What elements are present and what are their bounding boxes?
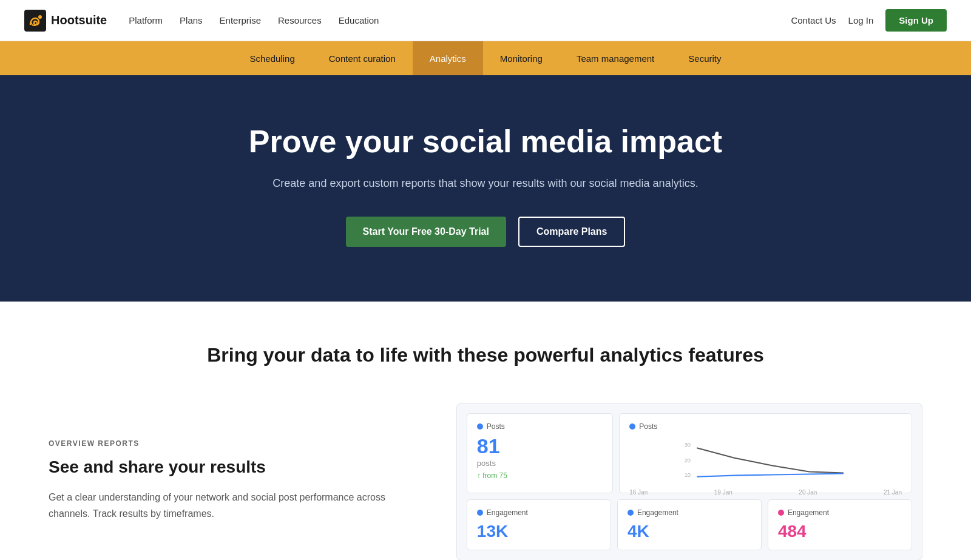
posts-label: Posts — [487, 422, 505, 431]
posts-dot-icon — [477, 423, 483, 430]
engagement-card-2: Engagement 484 — [768, 499, 912, 550]
nav-platform[interactable]: Platform — [129, 15, 163, 25]
engagement-card-0: Engagement 13K — [467, 499, 611, 550]
engagement-label-0: Engagement — [487, 508, 528, 517]
engagement-row: Engagement 13K Engagement 4K — [467, 499, 912, 550]
engagement-dot-0 — [477, 510, 483, 516]
subnav-team-management[interactable]: Team management — [560, 41, 671, 75]
engagement-dot-2 — [778, 510, 784, 516]
engagement-label-1: Engagement — [637, 508, 678, 517]
subnav-content-curation[interactable]: Content curation — [312, 41, 413, 75]
chart-dot-icon — [629, 423, 635, 430]
chart-svg: 30 20 10 — [629, 440, 902, 484]
subnav-monitoring[interactable]: Monitoring — [483, 41, 560, 75]
logo-text: Hootsuite — [51, 13, 107, 27]
navbar: Hootsuite Platform Plans Enterprise Reso… — [0, 0, 971, 41]
engagement-title-1: Engagement — [628, 508, 751, 517]
nav-education[interactable]: Education — [339, 15, 379, 25]
cta-primary-button[interactable]: Start Your Free 30-Day Trial — [346, 217, 506, 247]
subnav-security[interactable]: Security — [671, 41, 738, 75]
svg-text:20: 20 — [685, 457, 691, 464]
engagement-title-0: Engagement — [477, 508, 601, 517]
dashboard-mockup: Posts 81 posts ↑ from 75 Posts — [456, 403, 922, 560]
nav-plans[interactable]: Plans — [180, 15, 203, 25]
subnav-analytics[interactable]: Analytics — [413, 41, 483, 75]
chart-posts-label: Posts — [639, 422, 657, 431]
feature-row-overview: OVERVIEW REPORTS See and share your resu… — [49, 403, 922, 560]
navbar-right: Contact Us Log In Sign Up — [791, 9, 947, 32]
login-link[interactable]: Log In — [848, 15, 874, 25]
hero-section: Prove your social media impact Create an… — [0, 75, 971, 302]
chart-label-0: 16 Jan — [629, 489, 648, 496]
feature-desc-overview: Get a clear understanding of your networ… — [49, 489, 420, 522]
subnav: Scheduling Content curation Analytics Mo… — [0, 41, 971, 75]
hootsuite-logo-icon — [24, 10, 46, 32]
svg-text:10: 10 — [685, 471, 691, 477]
chart-labels: 16 Jan 19 Jan 20 Jan 21 Jan — [629, 489, 902, 496]
chart-label-2: 20 Jan — [799, 489, 817, 496]
engagement-card-1: Engagement 4K — [617, 499, 762, 550]
feature-text-overview: OVERVIEW REPORTS See and share your resu… — [49, 403, 420, 522]
posts-stat-card: Posts 81 posts ↑ from 75 — [467, 413, 613, 493]
posts-card-title: Posts — [477, 422, 603, 431]
navbar-left: Hootsuite Platform Plans Enterprise Reso… — [24, 10, 379, 32]
hero-title: Prove your social media impact — [24, 124, 947, 160]
engagement-label-2: Engagement — [788, 508, 829, 517]
posts-chart-card: Posts 30 20 10 — [619, 413, 912, 493]
chart-area: 30 20 10 16 Jan 19 Jan 20 Jan — [629, 436, 902, 484]
cta-secondary-button[interactable]: Compare Plans — [518, 217, 625, 247]
nav-links: Platform Plans Enterprise Resources Educ… — [129, 15, 379, 25]
engagement-dot-1 — [628, 510, 634, 516]
chart-label-1: 19 Jan — [714, 489, 732, 496]
engagement-value-2: 484 — [778, 522, 902, 541]
features-title: Bring your data to life with these power… — [49, 344, 922, 366]
engagement-value-0: 13K — [477, 522, 601, 541]
posts-unit: posts — [477, 459, 603, 468]
svg-text:30: 30 — [685, 442, 691, 448]
logo[interactable]: Hootsuite — [24, 10, 107, 32]
posts-count: 81 — [477, 436, 603, 456]
chart-posts-title: Posts — [629, 422, 902, 431]
hero-buttons: Start Your Free 30-Day Trial Compare Pla… — [24, 217, 947, 247]
chart-label-3: 21 Jan — [884, 489, 902, 496]
posts-from: ↑ from 75 — [477, 471, 603, 480]
feature-label-overview: OVERVIEW REPORTS — [49, 439, 420, 448]
feature-heading-overview: See and share your results — [49, 457, 420, 477]
svg-point-1 — [38, 15, 42, 19]
dashboard-grid: Posts 81 posts ↑ from 75 Posts — [467, 413, 912, 550]
contact-us-link[interactable]: Contact Us — [791, 15, 836, 25]
signup-button[interactable]: Sign Up — [885, 9, 947, 32]
nav-resources[interactable]: Resources — [278, 15, 322, 25]
features-section: Bring your data to life with these power… — [0, 302, 971, 560]
engagement-title-2: Engagement — [778, 508, 902, 517]
hero-subtitle: Create and export custom reports that sh… — [24, 175, 947, 192]
subnav-scheduling[interactable]: Scheduling — [233, 41, 312, 75]
engagement-value-1: 4K — [628, 522, 751, 541]
nav-enterprise[interactable]: Enterprise — [220, 15, 261, 25]
